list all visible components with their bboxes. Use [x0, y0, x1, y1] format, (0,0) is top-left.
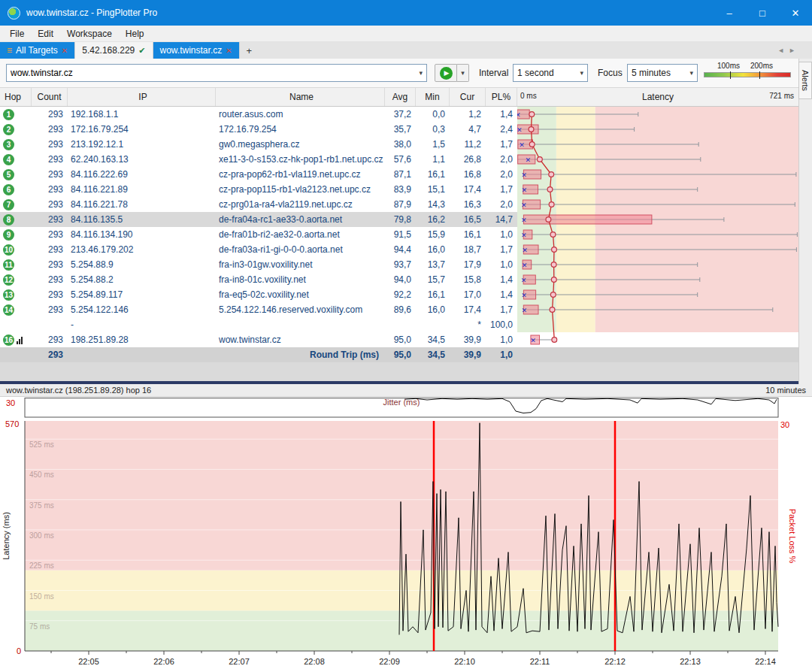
target-combobox[interactable]: ▾	[6, 64, 427, 82]
cur-cell: 16,3	[450, 197, 486, 212]
time-tick-label: 22:08	[304, 657, 325, 666]
menu-edit[interactable]: Edit	[31, 29, 60, 39]
cur-cell: 18,7	[450, 242, 486, 257]
header-hop[interactable]: Hop	[0, 88, 32, 106]
tab-wow-twinstar[interactable]: wow.twinstar.cz ✕	[153, 42, 240, 59]
start-options-dropdown[interactable]: ▾	[457, 64, 469, 82]
packet-loss-axis-max: 30	[780, 420, 789, 429]
hop-row[interactable]: 1293192.168.1.1router.asus.com37,20,01,2…	[0, 107, 798, 122]
header-name[interactable]: Name	[216, 88, 385, 106]
avg-cell: 79,8	[385, 212, 416, 227]
menu-workspace[interactable]: Workspace	[60, 29, 119, 39]
time-tick-label: 22:12	[604, 657, 626, 666]
close-tab-icon[interactable]: ✕	[226, 47, 232, 55]
name-cell: fra-eq5-02c.voxility.net	[216, 287, 385, 302]
header-pl[interactable]: PL%	[486, 88, 517, 106]
hop-row[interactable]: 929384.116.134.190de-fra01b-ri2-ae32-0.a…	[0, 227, 798, 242]
menu-help[interactable]: Help	[119, 29, 151, 39]
hop-cell: 13	[0, 287, 32, 302]
hop-row[interactable]: 3293213.192.12.1gw0.megasphera.cz38,01,5…	[0, 137, 798, 152]
table-bottom-gap	[0, 362, 798, 381]
hop-row[interactable]: 10293213.46.179.202de-fra03a-ri1-gi-0-0-…	[0, 242, 798, 257]
header-ip[interactable]: IP	[68, 88, 216, 106]
focus-chart-icon	[17, 336, 23, 344]
avg-cell: 35,7	[385, 122, 416, 137]
min-cell: 0,0	[416, 107, 450, 122]
chevron-down-icon[interactable]: ▾	[419, 69, 423, 77]
pl-cell: 100,0	[486, 317, 517, 332]
tab-5-42-168-229[interactable]: 5.42.168.229 ✔	[75, 42, 153, 59]
window-title: wow.twinstar.cz - PingPlotter Pro	[26, 8, 157, 18]
timeline-title: wow.twinstar.cz (198.251.89.28) hop 16	[6, 386, 151, 395]
focus-select[interactable]: 5 minutes ▾	[627, 64, 698, 82]
hop-row[interactable]: 142935.254.122.1465.254.122.146.reserved…	[0, 302, 798, 317]
gridline-label: 450 ms	[29, 471, 54, 479]
latency-axis-label: Latency (ms)	[2, 512, 11, 560]
row-graph-cell	[517, 242, 798, 257]
tab-all-targets[interactable]: ≡ All Targets ✕	[0, 42, 75, 59]
timeline-range-selector[interactable]: 10 minutes	[765, 386, 806, 395]
hop-cell: 1	[0, 107, 32, 122]
hop-row[interactable]: 132935.254.89.117fra-eq5-02c.voxility.ne…	[0, 287, 798, 302]
pingplotter-logo-icon	[8, 7, 20, 20]
pl-cell: 1,7	[486, 302, 517, 317]
chevron-down-icon: ▾	[580, 69, 583, 77]
tab-scroll-right-icon[interactable]: ►	[789, 47, 795, 54]
trace-toolbar: ▾ ▶ ▾ Interval 1 second ▾ Focus 5 minute…	[0, 59, 812, 88]
header-cur[interactable]: Cur	[450, 88, 486, 106]
hop-row[interactable]: 529384.116.222.69cz-pra-pop62-rb1-vla119…	[0, 167, 798, 182]
start-trace-button[interactable]: ▶	[435, 64, 457, 82]
hop-cell: 6	[0, 182, 32, 197]
row-graph-cell	[517, 227, 798, 242]
hop-row[interactable]: 429362.240.163.13xe11-3-0-s153.cz-hk-pop…	[0, 152, 798, 167]
avg-cell: 91,5	[385, 227, 416, 242]
avg-cell: 93,7	[385, 257, 416, 272]
min-cell: 1,5	[416, 137, 450, 152]
play-icon: ▶	[440, 67, 453, 80]
name-cell: 5.254.122.146.reserved.voxility.com	[216, 302, 385, 317]
row-graph-cell	[517, 152, 798, 167]
close-tab-icon[interactable]: ✕	[62, 47, 68, 55]
hop-row[interactable]: 2293172.16.79.254172.16.79.25435,70,34,7…	[0, 122, 798, 137]
header-count[interactable]: Count	[32, 88, 68, 106]
cur-cell: 17,4	[450, 302, 486, 317]
minimize-button[interactable]: –	[713, 0, 746, 26]
hop-cell: 7	[0, 197, 32, 212]
maximize-button[interactable]: □	[746, 0, 779, 26]
hop-row[interactable]: 112935.254.88.9fra-in3-01gw.voxility.net…	[0, 257, 798, 272]
new-tab-button[interactable]: +	[240, 42, 259, 59]
hop-number-badge: 6	[3, 184, 14, 195]
min-cell: 15,7	[416, 272, 450, 287]
row-graph-cell	[517, 317, 798, 332]
hop-number-badge: 4	[3, 154, 14, 165]
time-tick-label: 22:10	[454, 657, 475, 666]
alerts-panel-tab[interactable]: Alerts	[798, 62, 812, 99]
hop-row[interactable]: 829384.116.135.5de-fra04a-rc1-ae33-0.aor…	[0, 212, 798, 227]
name-cell: cz-pra-pop62-rb1-vla119.net.upc.cz	[216, 167, 385, 182]
cur-cell: 26,8	[450, 152, 486, 167]
time-tick-label: 22:07	[229, 657, 250, 666]
timeline-graph[interactable]: 75 ms150 ms225 ms300 ms375 ms450 ms525 m…	[0, 419, 812, 672]
avg-cell: 89,6	[385, 302, 416, 317]
jitter-graph: 30Jitter (ms)	[0, 397, 812, 419]
header-avg[interactable]: Avg	[385, 88, 416, 106]
menu-file[interactable]: File	[3, 29, 31, 39]
interval-select[interactable]: 1 second ▾	[513, 64, 588, 82]
min-cell: 16,0	[416, 242, 450, 257]
ip-cell: 84.116.222.69	[68, 167, 216, 182]
ip-cell: 5.254.122.146	[68, 302, 216, 317]
roundtrip-avg: 95,0	[385, 347, 416, 362]
hop-row[interactable]: -*100,0	[0, 317, 798, 332]
hop-row[interactable]: 16293198.251.89.28wow.twinstar.cz95,034,…	[0, 332, 798, 347]
target-input[interactable]	[11, 68, 414, 78]
hop-number-badge: 7	[3, 199, 14, 210]
tab-scroll-left-icon[interactable]: ◄	[777, 47, 784, 54]
hop-row[interactable]: 629384.116.221.89cz-pra-pop115-rb1-vla21…	[0, 182, 798, 197]
header-min[interactable]: Min	[416, 88, 450, 106]
close-button[interactable]: ✕	[779, 0, 812, 26]
count-cell: 293	[32, 332, 68, 347]
hop-row[interactable]: 729384.116.221.78cz-prg01a-ra4-vla2119.n…	[0, 197, 798, 212]
hop-number-badge: 9	[3, 229, 14, 241]
hop-row[interactable]: 122935.254.88.2fra-in8-01c.voxility.net9…	[0, 272, 798, 287]
min-cell: 16,2	[416, 212, 450, 227]
